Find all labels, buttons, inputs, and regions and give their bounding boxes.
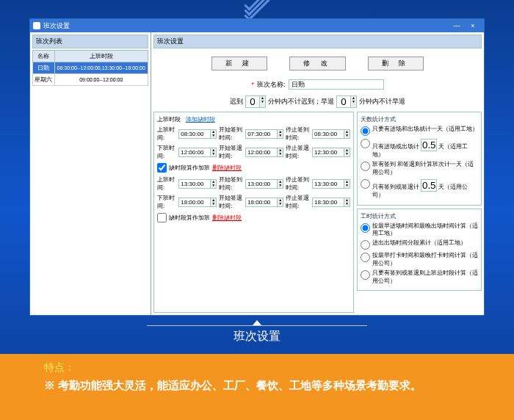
off-time-2[interactable]: ▲▼ — [178, 198, 217, 207]
schedule-panel: 上班时段 添加缺时段 上班时间: ▲▼ 开始签到时间: ▲▼ 停止签到时间: ▲… — [153, 112, 354, 313]
off-time-1[interactable]: ▲▼ — [178, 148, 217, 157]
shift-settings-panel: 班次设置 新 建 修 改 删 除 * 班次名称: 迟到 ▲▼ 分钟内不计迟到；早… — [151, 32, 484, 315]
table-row[interactable]: 星期六 09:00:00--12:00:00 — [33, 74, 148, 86]
overtime-cb-2[interactable] — [157, 213, 167, 222]
minimize-button[interactable]: — — [449, 22, 465, 29]
add-segment-link[interactable]: 添加缺时段 — [186, 116, 215, 123]
day-val-2[interactable] — [421, 139, 437, 151]
shift-list-header: 班次列表 — [32, 35, 148, 48]
col-time[interactable]: 上班时段 — [54, 51, 148, 62]
late-label: 迟到 — [230, 97, 243, 106]
start-sign-2[interactable]: ▲▼ — [245, 179, 283, 189]
stop-out-2[interactable]: ▲▼ — [312, 198, 350, 207]
wt-radio-4[interactable] — [361, 270, 370, 280]
feature-title: 特点： — [44, 361, 470, 374]
caption-area: 班次设置 — [0, 320, 514, 344]
stop-out-1[interactable]: ▲▼ — [312, 148, 350, 157]
stop-sign-2[interactable]: ▲▼ — [312, 179, 350, 189]
start-out-2[interactable]: ▲▼ — [245, 198, 283, 207]
worktime-header: 工时统计方式 — [361, 212, 478, 220]
overtime-cb-1[interactable] — [157, 163, 167, 173]
name-label: 班次名称: — [257, 80, 286, 90]
feature-banner: 特点： ※ 考勤功能强大灵活，能适应办公、工厂、餐饮、工地等多种场景考勤要求。 — [0, 354, 514, 420]
day-radio-4[interactable] — [361, 179, 370, 189]
delete-segment-2[interactable]: 删除缺时段 — [212, 214, 242, 222]
stop-sign-1[interactable]: ▲▼ — [312, 129, 350, 139]
caption-text: 班次设置 — [0, 329, 514, 344]
day-radio-1[interactable] — [361, 126, 370, 136]
wt-radio-3[interactable] — [361, 253, 370, 262]
shift-settings-window: 班次设置 — × 班次列表 名称 上班时段 日勤 08:30:00--12:00… — [29, 18, 485, 316]
edit-button[interactable]: 修 改 — [289, 57, 346, 70]
worktime-group: 工时统计方式 按最早进场时间和最晚出场时间计算（适用工地） 进出出场时间分段累计… — [357, 209, 482, 291]
on-time-1[interactable]: ▲▼ — [178, 129, 217, 139]
triangle-icon — [253, 320, 261, 325]
app-icon — [33, 22, 40, 29]
late-minutes-stepper[interactable]: ▲▼ — [245, 95, 266, 108]
day-val-4[interactable] — [421, 179, 437, 192]
close-button[interactable]: × — [465, 22, 481, 29]
day-radio-2[interactable] — [361, 139, 370, 148]
required-mark: * — [251, 81, 254, 88]
titlebar: 班次设置 — × — [30, 19, 484, 32]
early-minutes-stepper[interactable]: ▲▼ — [336, 95, 357, 108]
on-time-2[interactable]: ▲▼ — [178, 179, 217, 189]
shift-list-panel: 班次列表 名称 上班时段 日勤 08:30:00--12:00:00,13:30… — [30, 32, 151, 315]
start-out-1[interactable]: ▲▼ — [245, 148, 283, 157]
shift-table: 名称 上班时段 日勤 08:30:00--12:00:00,13:30:00--… — [32, 50, 148, 86]
day-stats-header: 天数统计方式 — [361, 115, 478, 123]
chevron-decoration — [242, 0, 272, 12]
delete-segment-1[interactable]: 删除缺时段 — [212, 164, 242, 172]
wt-radio-2[interactable] — [361, 240, 370, 250]
day-radio-3[interactable] — [361, 162, 370, 171]
settings-header: 班次设置 — [153, 35, 482, 48]
wt-radio-1[interactable] — [361, 223, 370, 233]
table-row[interactable]: 日勤 08:30:00--12:00:00,13:30:00--18:00:00 — [33, 62, 148, 74]
start-sign-1[interactable]: ▲▼ — [245, 129, 283, 139]
feature-desc: ※ 考勤功能强大灵活，能适应办公、工厂、餐饮、工地等多种场景考勤要求。 — [44, 377, 470, 393]
window-title: 班次设置 — [43, 21, 70, 31]
new-button[interactable]: 新 建 — [211, 57, 268, 70]
day-stats-group: 天数统计方式 只要有进场和出场就计一天（适用工地） 只有进场或出场计 天（适用工… — [357, 112, 482, 206]
delete-button[interactable]: 删 除 — [368, 57, 424, 70]
schedule-header: 上班时段 — [157, 116, 181, 123]
col-name[interactable]: 名称 — [33, 51, 55, 62]
shift-name-input[interactable] — [289, 79, 384, 90]
